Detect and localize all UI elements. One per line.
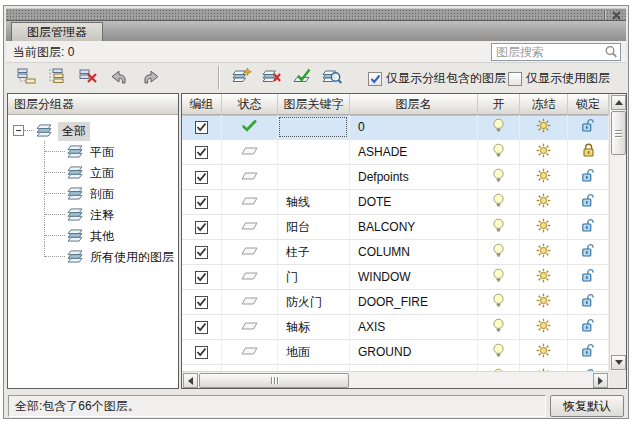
freeze-cell[interactable] bbox=[520, 340, 568, 365]
show-used-only-checkbox[interactable] bbox=[508, 72, 522, 86]
on-bulb-icon[interactable] bbox=[492, 268, 505, 286]
lock-closed-icon[interactable] bbox=[582, 143, 595, 161]
freeze-sun-icon[interactable] bbox=[536, 193, 551, 211]
tree-item[interactable]: 剖面 bbox=[8, 183, 178, 204]
vertical-scroll-thumb[interactable] bbox=[611, 111, 626, 155]
search-input[interactable] bbox=[494, 44, 598, 60]
on-cell[interactable] bbox=[478, 240, 520, 265]
freeze-cell[interactable] bbox=[520, 290, 568, 315]
status-cell[interactable] bbox=[222, 115, 278, 140]
layer-name[interactable]: DOTE bbox=[350, 190, 478, 215]
freeze-cell[interactable] bbox=[520, 240, 568, 265]
lock-cell[interactable] bbox=[568, 190, 609, 215]
status-cell[interactable] bbox=[222, 315, 278, 340]
on-bulb-icon[interactable] bbox=[492, 143, 505, 161]
table-row[interactable]: 0 bbox=[182, 115, 609, 140]
layer-keyword[interactable] bbox=[278, 165, 350, 190]
freeze-sun-icon[interactable] bbox=[536, 168, 551, 186]
status-cell[interactable] bbox=[222, 265, 278, 290]
freeze-cell[interactable] bbox=[520, 265, 568, 290]
group-cell[interactable] bbox=[182, 340, 222, 365]
search-icon[interactable] bbox=[604, 45, 618, 63]
layer-keyword[interactable]: 轴标 bbox=[278, 315, 350, 340]
lock-cell[interactable] bbox=[568, 215, 609, 240]
new-subgroup-button[interactable] bbox=[43, 66, 71, 90]
tree-item[interactable]: 立面 bbox=[8, 162, 178, 183]
freeze-sun-icon[interactable] bbox=[536, 293, 551, 311]
group-cell[interactable] bbox=[182, 165, 222, 190]
on-cell[interactable] bbox=[478, 165, 520, 190]
column-header[interactable]: 状态 bbox=[222, 94, 278, 115]
group-checkbox[interactable] bbox=[195, 296, 208, 309]
column-header[interactable]: 编组 bbox=[182, 94, 222, 115]
group-checkbox[interactable] bbox=[195, 146, 208, 159]
group-cell[interactable] bbox=[182, 115, 222, 140]
group-checkbox[interactable] bbox=[195, 221, 208, 234]
group-cell[interactable] bbox=[182, 315, 222, 340]
on-bulb-icon[interactable] bbox=[492, 193, 505, 211]
freeze-sun-icon[interactable] bbox=[536, 318, 551, 336]
tree-item[interactable]: 所有使用的图层 bbox=[8, 246, 178, 267]
layer-keyword[interactable] bbox=[278, 140, 350, 165]
column-header[interactable]: 锁定 bbox=[568, 94, 609, 115]
group-checkbox[interactable] bbox=[195, 121, 208, 134]
table-row[interactable]: 阳台BALCONY bbox=[182, 215, 609, 240]
scroll-down-icon[interactable] bbox=[611, 355, 626, 370]
tree-item-all[interactable]: 全部 bbox=[8, 120, 178, 141]
delete-layer-button[interactable] bbox=[258, 66, 286, 90]
collapse-expander-icon[interactable] bbox=[13, 125, 24, 136]
lock-open-icon[interactable] bbox=[581, 118, 595, 136]
lock-cell[interactable] bbox=[568, 290, 609, 315]
freeze-cell[interactable] bbox=[520, 115, 568, 140]
layer-keyword[interactable] bbox=[278, 115, 350, 140]
lock-cell[interactable] bbox=[568, 140, 609, 165]
lock-cell[interactable] bbox=[568, 315, 609, 340]
group-cell[interactable] bbox=[182, 265, 222, 290]
on-cell[interactable] bbox=[478, 315, 520, 340]
layer-keyword[interactable]: 门 bbox=[278, 265, 350, 290]
freeze-sun-icon[interactable] bbox=[536, 218, 551, 236]
lock-open-icon[interactable] bbox=[581, 243, 595, 261]
lock-cell[interactable] bbox=[568, 265, 609, 290]
on-cell[interactable] bbox=[478, 265, 520, 290]
layer-search-box[interactable] bbox=[491, 43, 621, 61]
new-layer-button[interactable] bbox=[228, 66, 256, 90]
on-bulb-icon[interactable] bbox=[492, 118, 505, 136]
undo-button[interactable] bbox=[105, 66, 133, 90]
tree-item[interactable]: 平面 bbox=[8, 141, 178, 162]
lock-open-icon[interactable] bbox=[581, 193, 595, 211]
freeze-cell[interactable] bbox=[520, 140, 568, 165]
table-row[interactable]: 防火门DOOR_FIRE bbox=[182, 290, 609, 315]
on-bulb-icon[interactable] bbox=[492, 243, 505, 261]
palette-grip-bar[interactable] bbox=[6, 8, 626, 21]
lock-open-icon[interactable] bbox=[581, 293, 595, 311]
lock-open-icon[interactable] bbox=[581, 268, 595, 286]
group-cell[interactable] bbox=[182, 190, 222, 215]
horizontal-scrollbar[interactable] bbox=[182, 371, 609, 388]
group-checkbox[interactable] bbox=[195, 321, 208, 334]
on-bulb-icon[interactable] bbox=[492, 168, 505, 186]
status-cell[interactable] bbox=[222, 140, 278, 165]
freeze-cell[interactable] bbox=[520, 215, 568, 240]
on-cell[interactable] bbox=[478, 190, 520, 215]
freeze-sun-icon[interactable] bbox=[536, 243, 551, 261]
horizontal-scroll-thumb[interactable] bbox=[199, 373, 349, 388]
close-icon[interactable] bbox=[608, 9, 624, 21]
layer-name[interactable]: AXIS bbox=[350, 315, 478, 340]
layer-keyword[interactable]: 柱子 bbox=[278, 240, 350, 265]
group-checkbox[interactable] bbox=[195, 171, 208, 184]
scroll-up-icon[interactable] bbox=[611, 95, 626, 110]
table-row[interactable]: 柱子COLUMN bbox=[182, 240, 609, 265]
on-cell[interactable] bbox=[478, 290, 520, 315]
column-header[interactable]: 图层名 bbox=[350, 94, 478, 115]
status-cell[interactable] bbox=[222, 290, 278, 315]
column-header[interactable]: 冻结 bbox=[520, 94, 568, 115]
vertical-scrollbar[interactable] bbox=[609, 94, 626, 371]
layer-keyword[interactable]: 地面 bbox=[278, 340, 350, 365]
column-header[interactable]: 开 bbox=[478, 94, 520, 115]
status-cell[interactable] bbox=[222, 215, 278, 240]
freeze-cell[interactable] bbox=[520, 165, 568, 190]
table-row[interactable]: 轴线DOTE bbox=[182, 190, 609, 215]
on-bulb-icon[interactable] bbox=[492, 343, 505, 361]
group-cell[interactable] bbox=[182, 290, 222, 315]
